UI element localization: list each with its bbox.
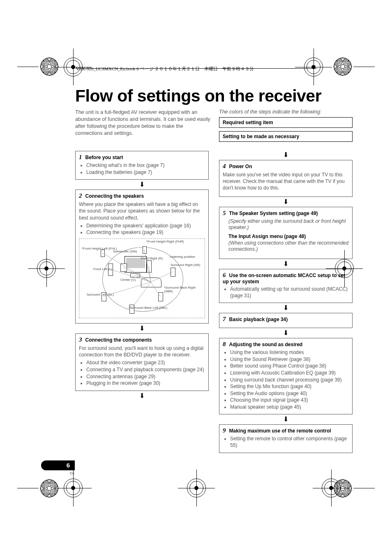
step-heading: Making maximum use of the remote control	[229, 428, 331, 434]
step-6: 6Use the on-screen automatic MCACC setup…	[219, 269, 353, 303]
bullet: Automatically setting up for surround so…	[230, 286, 349, 299]
bullet: Better sound using Phase Control (page 3…	[230, 363, 349, 370]
dlabel-sbl: *Surround Back Left (SBL)	[129, 306, 167, 310]
svg-line-9	[151, 282, 160, 296]
dlabel-fhl: *Front Height Left (FHL)	[82, 247, 117, 251]
step-number: 5	[223, 210, 226, 216]
svg-line-8	[131, 282, 151, 309]
step-sub: (When using connections other than the r…	[228, 240, 349, 253]
dlabel-sw: Subwoofer (SW)	[113, 250, 137, 254]
bullet: Using surround back channel processing (…	[230, 377, 349, 384]
bullet: Determining the speakers' application (p…	[86, 223, 205, 229]
reg-mark-tr	[334, 58, 352, 76]
bullet: Setting the Audio options (page 40)	[230, 391, 349, 397]
page-lang-label: En	[70, 471, 74, 475]
crop-line	[17, 488, 39, 488]
flow-arrow-icon: ⬇	[75, 181, 209, 188]
step-heading: Use the on-screen automatic MCACC setup …	[223, 273, 345, 284]
legend-intro: The colors of the steps indicate the fol…	[219, 109, 353, 115]
flow-arrow-icon: ⬇	[75, 393, 209, 399]
bullet: Plugging in the receiver (page 30)	[86, 380, 205, 387]
step-heading: Basic playback (page 34)	[229, 317, 288, 322]
step-heading: Adjusting the sound as desired	[229, 342, 303, 347]
page-title: Flow of settings on the receiver	[75, 86, 355, 106]
bullet: Connecting a TV and playback components …	[86, 367, 205, 373]
reg-mark-bl	[40, 479, 58, 497]
reg-mark-tl	[40, 58, 58, 76]
step-4: 4Power On Make sure you've set the video…	[219, 160, 353, 197]
svg-line-5	[144, 250, 151, 282]
step-9: 9Making maximum use of the remote contro…	[219, 424, 353, 453]
crop-line	[353, 488, 375, 488]
svg-line-1	[135, 275, 151, 282]
svg-line-7	[151, 272, 173, 282]
bullet: Using the various listening modes	[230, 349, 349, 356]
bullet: Connecting the speakers (page 19)	[86, 229, 205, 236]
bullet: Manual speaker setup (page 45)	[230, 404, 349, 411]
bullet: Setting the Up Mix function (page 40)	[230, 384, 349, 390]
step-7: 7Basic playback (page 34)	[219, 313, 353, 328]
bullet: Connecting antennas (page 29)	[86, 374, 205, 380]
step-heading: Connecting the speakers	[85, 193, 144, 199]
step-number: 4	[223, 163, 226, 169]
bullet: Checking what's in the box (page 7)	[86, 162, 205, 169]
speaker-layout-diagram: *Front Height Right (FHR) *Front Height …	[79, 238, 205, 318]
bullet: Loading the batteries (page 7)	[86, 169, 205, 176]
step-subhead: The Input Assign menu (page 48)	[228, 234, 349, 239]
header-rule	[75, 68, 317, 69]
step-para: Where you place the speakers will have a…	[79, 201, 205, 221]
bullet: About the video converter (page 23)	[86, 360, 205, 366]
cross-mark-left	[37, 259, 56, 278]
step-8: 8Adjusting the sound as desired Using th…	[219, 338, 353, 414]
content-area: Flow of settings on the receiver The uni…	[75, 86, 355, 455]
bullet: Using the Sound Retriever (page 38)	[230, 356, 349, 363]
flow-arrow-icon: ⬇	[219, 261, 353, 267]
dlabel-c: Center (C)	[120, 278, 136, 282]
legend-required: Required setting item	[219, 117, 353, 128]
legend-optional: Setting to be made as necessary	[219, 131, 353, 142]
bullet: Choosing the input signal (page 43)	[230, 397, 349, 404]
step-heading: Connecting the components	[85, 337, 152, 343]
bullet: Setting the remote to control other comp…	[230, 436, 349, 449]
flow-arrow-icon: ⬇	[219, 416, 353, 423]
step-number: 7	[223, 316, 226, 322]
flow-arrow-icon: ⬇	[75, 325, 209, 332]
bullet: Listening with Acoustic Calibration EQ (…	[230, 370, 349, 377]
step-number: 1	[79, 154, 82, 160]
dlabel-fr: Front Right (R)	[141, 257, 163, 261]
cross-mark-bl2	[64, 479, 83, 497]
page-number-tab: 6	[41, 460, 75, 470]
step-sub: (Specify either using the surround back …	[228, 218, 349, 231]
step-number: 9	[223, 427, 226, 434]
doc-header: VSX-920_UCSMXCN_En.book 6 ページ ２０１０年１月２１日…	[76, 66, 254, 72]
dlabel-fl: Front Left (L)	[93, 268, 112, 271]
step-2: 2Connecting the speakers Where you place…	[75, 190, 209, 324]
step-number: 2	[79, 192, 82, 199]
step-number: 8	[223, 341, 226, 347]
cross-mark-top	[304, 58, 323, 76]
dlabel-sl: Surround Left (SL)	[87, 293, 114, 297]
step-heading: Power On	[229, 164, 252, 169]
crop-line	[17, 67, 39, 67]
cross-mark-br2	[322, 479, 341, 497]
step-heading: Before you start	[85, 155, 123, 160]
intro-text: The unit is a full-fledged AV receiver e…	[75, 109, 211, 137]
flow-arrow-icon: ⬇	[219, 152, 353, 158]
step-number: 6	[223, 272, 226, 278]
flow-arrow-icon: ⬇	[219, 199, 353, 205]
dlabel-sbr: *Surround Back Right (SBR)	[164, 286, 205, 294]
step-1: 1Before you start Checking what's in the…	[75, 151, 209, 180]
step-number: 3	[79, 336, 82, 343]
flow-arrow-icon: ⬇	[219, 330, 353, 336]
step-para: For surround sound, you'll want to hook …	[79, 345, 205, 358]
crop-line	[353, 67, 375, 67]
flow-arrow-icon: ⬇	[219, 305, 353, 311]
step-para: Make sure you've set the video input on …	[223, 171, 349, 192]
dlabel-sr: Surround Right (SR)	[171, 264, 200, 267]
cross-mark-bottom	[187, 479, 206, 497]
page: VSX-920_UCSMXCN_En.book 6 ページ ２０１０年１月２１日…	[0, 0, 392, 555]
step-3: 3Connecting the components For surround …	[75, 333, 209, 391]
step-heading: The Speaker System setting (page 49)	[229, 210, 318, 216]
dlabel-fhr: *Front Height Right (FHR)	[146, 240, 184, 244]
step-5: 5The Speaker System setting (page 49) (S…	[219, 207, 353, 259]
